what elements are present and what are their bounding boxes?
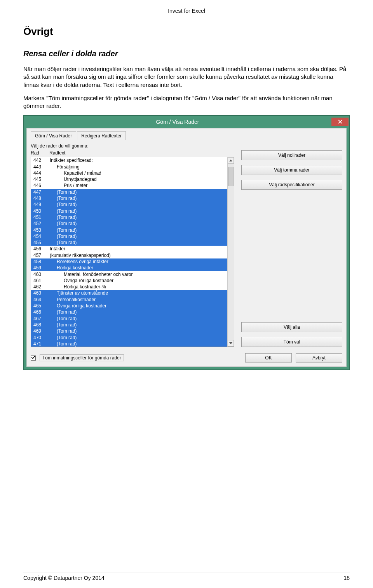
list-item[interactable]: 470(Tom rad)	[31, 335, 227, 341]
list-item[interactable]: 444Kapacitet / månad	[31, 170, 227, 176]
select-row-specifications-button[interactable]: Välj radspecifikationer	[241, 180, 342, 190]
row-text: Tjänster av utomstående	[50, 290, 227, 296]
list-item[interactable]: 471(Tom rad)	[31, 341, 227, 347]
scrollbar-thumb[interactable]	[228, 167, 234, 186]
list-item[interactable]: 442Intäkter specificerad:	[31, 157, 227, 163]
row-text: (kumulativ räkenskapsperiod)	[50, 252, 227, 258]
row-number: 459	[31, 265, 50, 271]
dialog-titlebar: Göm / Visa Rader	[24, 116, 349, 128]
copyright-text: Copyright © Datapartner Oy 2014	[23, 575, 105, 581]
scroll-up-button[interactable]	[228, 157, 234, 164]
list-item[interactable]: 467(Tom rad)	[31, 316, 227, 322]
list-item[interactable]: 464Personalkostnader	[31, 297, 227, 303]
row-number: 457	[31, 252, 50, 258]
list-item[interactable]: 452(Tom rad)	[31, 220, 227, 227]
page-footer: Copyright © Datapartner Oy 2014 18	[23, 572, 350, 581]
row-number: 456	[31, 246, 50, 252]
row-text: Övriga rörliga kostnader	[50, 278, 227, 284]
list-item[interactable]: 449(Tom rad)	[31, 201, 227, 208]
list-item[interactable]: 466(Tom rad)	[31, 309, 227, 315]
tab-strip: Göm / Visa Rader Redigera Radtexter	[31, 131, 342, 140]
row-number: 447	[31, 189, 50, 195]
row-text: Kapacitet / månad	[50, 170, 227, 176]
scroll-down-button[interactable]	[228, 340, 234, 347]
paragraph-1: När man döljer rader i investeringsfiler…	[23, 65, 350, 89]
row-number: 442	[31, 157, 50, 163]
list-item[interactable]: 451(Tom rad)	[31, 214, 227, 220]
row-text: Utnyttjandegrad	[50, 176, 227, 182]
row-number: 463	[31, 290, 50, 296]
list-item[interactable]: 447(Tom rad)	[31, 189, 227, 195]
list-item[interactable]: 458Rörelsens övriga intäkter	[31, 258, 227, 265]
row-text: Personalkostnader	[50, 297, 227, 303]
paragraph-2: Markera "Töm inmatningsceller för gömda …	[23, 94, 350, 110]
list-item[interactable]: 460Material, förnödenheter och varor	[31, 271, 227, 278]
chevron-down-icon	[229, 342, 232, 344]
rows-listbox[interactable]: 442Intäkter specificerad:443Försäljning4…	[31, 157, 234, 347]
row-number: 444	[31, 170, 50, 176]
row-number: 464	[31, 297, 50, 303]
row-text: (Tom rad)	[50, 189, 227, 195]
row-text: (Tom rad)	[50, 322, 227, 328]
row-number: 458	[31, 258, 50, 265]
row-text: (Tom rad)	[50, 214, 227, 220]
scrollbar-track[interactable]	[228, 164, 234, 340]
tab-hide-show-rows[interactable]: Göm / Visa Rader	[31, 131, 76, 140]
row-text: (Tom rad)	[50, 328, 227, 334]
select-zero-rows-button[interactable]: Välj nollrader	[241, 150, 342, 160]
row-text: Intäkter specificerad:	[50, 157, 227, 163]
list-item[interactable]: 459Rörliga kostnader	[31, 265, 227, 271]
list-item[interactable]: 446Pris / meter	[31, 182, 227, 189]
ok-button[interactable]: OK	[245, 353, 292, 363]
row-number: 469	[31, 328, 50, 334]
list-item[interactable]: 453(Tom rad)	[31, 227, 227, 233]
tab-edit-row-texts[interactable]: Redigera Radtexter	[77, 131, 126, 140]
list-item[interactable]: 454(Tom rad)	[31, 233, 227, 239]
clear-selection-button[interactable]: Töm val	[241, 337, 342, 347]
chevron-up-icon	[229, 160, 232, 161]
cancel-button[interactable]: Avbryt	[296, 353, 342, 363]
close-button[interactable]	[331, 118, 349, 126]
list-item[interactable]: 455(Tom rad)	[31, 239, 227, 246]
header-row: Rad	[31, 150, 49, 156]
select-empty-rows-button[interactable]: Välj tomma rader	[241, 165, 342, 175]
list-item[interactable]: 448(Tom rad)	[31, 195, 227, 201]
row-number: 443	[31, 164, 50, 170]
list-item[interactable]: 468(Tom rad)	[31, 322, 227, 328]
heading-1: Övrigt	[23, 26, 350, 38]
row-text: (Tom rad)	[50, 227, 227, 233]
list-item[interactable]: 445Utnyttjandegrad	[31, 176, 227, 182]
page-number: 18	[343, 575, 350, 581]
list-item[interactable]: 462Rörliga kostnader-%	[31, 284, 227, 290]
list-item[interactable]: 465Övriga rörliga kostnader	[31, 303, 227, 309]
list-item[interactable]: 463Tjänster av utomstående	[31, 290, 227, 296]
row-text: (Tom rad)	[50, 309, 227, 315]
list-item[interactable]: 457(kumulativ räkenskapsperiod)	[31, 252, 227, 258]
row-number: 449	[31, 201, 50, 208]
row-number: 467	[31, 316, 50, 322]
row-number: 471	[31, 341, 50, 347]
list-item[interactable]: 450(Tom rad)	[31, 208, 227, 214]
close-icon	[338, 118, 342, 125]
list-item[interactable]: 443Försäljning	[31, 164, 227, 170]
row-text: Pris / meter	[50, 182, 227, 189]
list-item[interactable]: 461Övriga rörliga kostnader	[31, 278, 227, 284]
row-text: (Tom rad)	[50, 201, 227, 208]
vertical-scrollbar[interactable]	[227, 157, 234, 347]
row-number: 450	[31, 208, 50, 214]
row-text: (Tom rad)	[50, 208, 227, 214]
row-text: Rörliga kostnader-%	[50, 284, 227, 290]
list-item[interactable]: 456Intäkter	[31, 246, 227, 252]
select-all-button[interactable]: Välj alla	[241, 322, 342, 332]
row-text: (Tom rad)	[50, 233, 227, 239]
list-item[interactable]: 469(Tom rad)	[31, 328, 227, 334]
row-number: 461	[31, 278, 50, 284]
row-text: (Tom rad)	[50, 335, 227, 341]
row-number: 465	[31, 303, 50, 309]
dialog-body: Göm / Visa Rader Redigera Radtexter Välj…	[26, 128, 347, 367]
row-text: Rörliga kostnader	[50, 265, 227, 271]
row-number: 466	[31, 309, 50, 315]
row-number: 468	[31, 322, 50, 328]
clear-input-cells-label[interactable]: Töm inmatningsceller för gömda rader	[40, 354, 124, 361]
clear-input-cells-checkbox[interactable]	[31, 356, 36, 361]
